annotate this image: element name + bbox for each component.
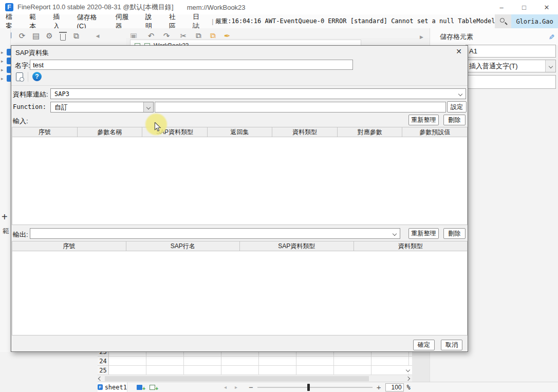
tree-expand-icon[interactable]: ▸ xyxy=(1,50,4,55)
db-link-value: SAP3 xyxy=(51,90,69,98)
col-header[interactable]: SAP行名 xyxy=(126,241,240,251)
maximize-button[interactable]: □ xyxy=(513,0,535,14)
output-select[interactable] xyxy=(30,228,400,239)
input-table-header-row: 序號 參數名稱 SAP資料類型 返回集 資料類型 對應參數 參數預設值 xyxy=(12,127,467,137)
status-bar: F sheet1 + + ◂ ▸ − + 100 % xyxy=(98,382,558,392)
cell-ref-value: A1 xyxy=(469,47,477,55)
col-header[interactable]: 參數名稱 xyxy=(78,127,143,137)
col-header[interactable]: 資料類型 xyxy=(272,127,338,137)
input-refresh-button[interactable]: 重新整理 xyxy=(408,115,439,125)
col-header[interactable]: 序號 xyxy=(12,127,78,137)
output-refresh-button[interactable]: 重新整理 xyxy=(408,228,439,239)
cell-ref-field[interactable]: A1 xyxy=(466,45,556,58)
row-number: 25 xyxy=(98,366,109,375)
ok-button[interactable]: 確定 xyxy=(413,340,435,350)
edit-pencil-icon[interactable]: ✎ xyxy=(547,34,555,40)
chevron-down-icon[interactable] xyxy=(458,91,462,96)
insert-type-select[interactable]: 插入普通文字(T) xyxy=(466,60,556,72)
add-form-sheet-button[interactable]: + xyxy=(150,384,157,390)
divider xyxy=(11,85,468,86)
sheet-tab-label: sheet1 xyxy=(105,384,127,391)
horizontal-scrollbar[interactable] xyxy=(98,375,412,382)
preview-icon[interactable] xyxy=(16,72,23,81)
menu-bar: 檔案 範本 插入 儲存格(C) 伺服器 說明 社區 日誌 | 嚴重:16:04:… xyxy=(0,14,558,28)
close-button[interactable]: ✕ xyxy=(535,0,558,14)
dialog-close-icon[interactable]: ✕ xyxy=(454,47,463,55)
col-header[interactable]: 序號 xyxy=(12,241,126,251)
menu-separator: | xyxy=(211,18,214,25)
tree-expand-icon[interactable]: ▸ xyxy=(1,67,4,72)
function-select[interactable]: 自訂 xyxy=(50,102,154,113)
scrollbar-thumb[interactable] xyxy=(105,376,369,381)
settings-button[interactable]: 設定 xyxy=(447,101,467,113)
chevron-down-icon[interactable] xyxy=(545,60,555,72)
col-header[interactable]: 參數預設值 xyxy=(402,127,467,137)
bottom-left-panel xyxy=(0,352,98,392)
sap-dataset-dialog: SAP資料集 ✕ 名字: ? 資料庫連結: SAP3 Function: 自訂 … xyxy=(11,45,468,352)
output-delete-button[interactable]: 刪除 xyxy=(443,228,466,239)
insert-type-value: 插入普通文字(T) xyxy=(469,62,518,71)
db-link-select[interactable]: SAP3 xyxy=(50,88,466,99)
row-number: 24 xyxy=(98,357,109,366)
sheet-tab[interactable]: F sheet1 xyxy=(98,382,127,392)
minimize-button[interactable]: – xyxy=(490,0,513,14)
prev-sheet-icon[interactable]: ◂ xyxy=(224,384,227,390)
sheet-icon: F xyxy=(98,384,103,390)
input-params-table[interactable]: 序號 參數名稱 SAP資料類型 返回集 資料類型 對應參數 參數預設值 xyxy=(12,127,468,225)
title-bar: F FineReport 10.0 stable 2020-08-31 @默认[… xyxy=(0,0,558,14)
gear-plus-icon[interactable]: ⚙ xyxy=(44,31,54,41)
report-settings-icon[interactable]: ▤ xyxy=(31,31,41,41)
collapse-right-icon[interactable]: ▶ xyxy=(420,34,423,40)
zoom-out-button[interactable]: − xyxy=(249,383,253,391)
col-header[interactable]: 資料類型 xyxy=(354,241,468,251)
col-header[interactable]: SAP資料類型 xyxy=(240,241,354,251)
output-params-table[interactable]: 序號 SAP行名 SAP資料類型 資料類型 xyxy=(12,241,468,335)
input-section-label: 輸入: xyxy=(13,117,28,126)
function-value: 自訂 xyxy=(51,103,68,112)
col-header[interactable]: 對應參數 xyxy=(338,127,403,137)
input-delete-button[interactable]: 刪除 xyxy=(443,115,466,125)
divider xyxy=(28,72,28,82)
template-panel-label: 範 xyxy=(3,227,9,236)
search-button[interactable] xyxy=(495,14,511,28)
zoom-in-button[interactable]: + xyxy=(377,383,381,391)
trash-icon[interactable] xyxy=(60,34,66,41)
refresh-icon[interactable]: ⟳ xyxy=(17,31,27,41)
user-account-badge[interactable]: Gloria.Gao xyxy=(511,14,558,28)
cell-element-header: 儲存格元素 ✎ xyxy=(430,28,558,45)
tree-expand-icon[interactable]: ▸ xyxy=(1,76,4,81)
scroll-down-icon[interactable] xyxy=(404,366,412,374)
tree-expand-icon[interactable]: ▸ xyxy=(1,59,4,64)
function-label: Function: xyxy=(13,103,46,110)
col-header[interactable]: SAP資料類型 xyxy=(142,127,208,137)
duplicate-icon[interactable]: ⧉ xyxy=(71,31,81,41)
dialog-title: SAP資料集 xyxy=(15,48,49,58)
scroll-left-icon[interactable] xyxy=(98,377,102,381)
add-report-sheet-button[interactable]: + xyxy=(137,384,144,390)
scroll-right-icon[interactable] xyxy=(404,375,412,382)
zoom-slider-handle[interactable] xyxy=(307,384,310,391)
function-args-input[interactable] xyxy=(155,102,446,113)
workbook-path: mem://WorkBook23 xyxy=(187,4,246,11)
report-grid[interactable]: 23 24 25 xyxy=(98,352,412,375)
col-header[interactable]: 返回集 xyxy=(208,127,273,137)
chevron-down-icon[interactable] xyxy=(143,102,153,112)
panel-title: 儲存格元素 xyxy=(440,32,473,42)
output-section-label: 輸出: xyxy=(13,230,28,239)
add-dataset-button[interactable]: + xyxy=(2,211,8,223)
collapse-left-icon[interactable]: ◀ xyxy=(92,33,103,39)
db-link-label: 資料庫連結: xyxy=(13,90,48,99)
zoom-value-field[interactable]: 100 xyxy=(385,383,404,391)
name-input[interactable] xyxy=(30,60,353,70)
cancel-button[interactable]: 取消 xyxy=(441,340,462,350)
chevron-down-icon[interactable] xyxy=(393,231,397,235)
name-label: 名字: xyxy=(15,61,30,70)
cell-value-field[interactable] xyxy=(466,75,556,89)
next-sheet-icon[interactable]: ▸ xyxy=(235,384,237,390)
grid-cells[interactable] xyxy=(109,352,412,375)
zoom-percent-label: % xyxy=(407,384,411,391)
help-icon[interactable]: ? xyxy=(32,72,42,81)
directory-tree-rail: ▸ ▸ ▸ ▸ + 範 xyxy=(0,28,11,392)
zoom-slider[interactable] xyxy=(257,387,373,388)
menu-cell[interactable]: 儲存格(C) xyxy=(71,13,109,30)
